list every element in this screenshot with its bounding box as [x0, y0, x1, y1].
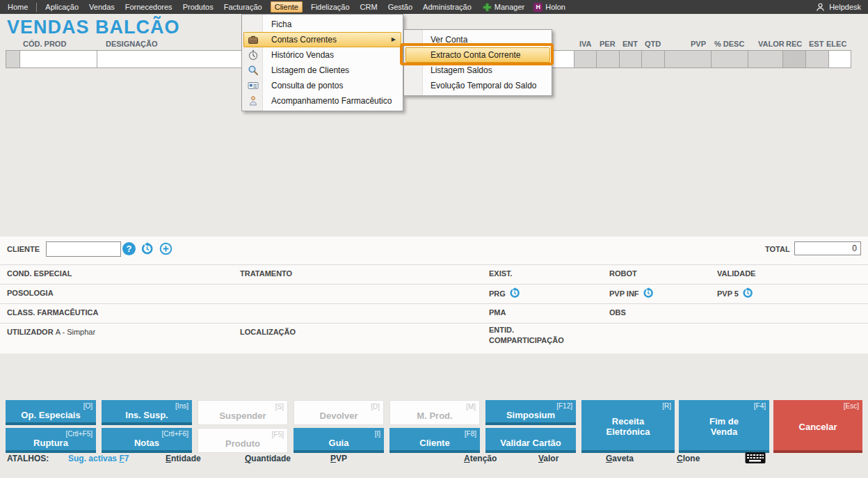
fim-de-venda-button[interactable]: [F4]Fim de Venda: [679, 400, 769, 453]
shortcut-valor[interactable]: Valor: [538, 454, 558, 463]
pvp5-label: PVP 5: [717, 287, 753, 300]
ent-cell: [619, 50, 642, 68]
robot-label: ROBOT: [609, 269, 637, 278]
shortcut-atencao[interactable]: Atenção: [464, 454, 497, 463]
helpdesk-button[interactable]: Helpdesk: [815, 0, 861, 14]
cliente-menu: Ficha Contas Correntes ▶ Histórico Venda…: [241, 14, 403, 111]
elec-cell: [828, 50, 851, 68]
cod-prod-input[interactable]: [20, 51, 97, 67]
menu-item-ficha[interactable]: Ficha: [243, 17, 401, 32]
divider: [0, 303, 868, 304]
ruptura-button[interactable]: [Crtl+F5]Ruptura: [6, 428, 96, 453]
produto-button: [F5]Produto: [198, 428, 288, 453]
col-header-pvp: PVP: [691, 40, 706, 48]
menu-home[interactable]: Home: [6, 1, 30, 13]
obs-label: OBS: [609, 308, 626, 317]
menu-item-contas-correntes[interactable]: Contas Correntes ▶: [243, 32, 401, 47]
rec-cell: [782, 50, 806, 68]
col-header-desc: % DESC: [714, 40, 744, 48]
col-header-ent: ENT: [622, 40, 638, 48]
submenu-arrow-icon: ▶: [392, 32, 396, 47]
row-selector-cell: [6, 50, 20, 68]
menu-holon[interactable]: H Holon: [531, 3, 565, 12]
pvp5-history-icon[interactable]: [742, 287, 753, 300]
menu-facturacao[interactable]: Facturação: [222, 1, 264, 13]
menu-cliente[interactable]: Cliente: [271, 1, 303, 13]
shortcut-entidade[interactable]: Entidade: [166, 454, 201, 463]
iva-cell: [574, 50, 597, 68]
tratamento-label: TRATAMENTO: [240, 269, 292, 278]
menu-fornecedores[interactable]: Fornecedores: [123, 1, 175, 13]
menu-gestao[interactable]: Gestão: [386, 1, 415, 13]
class-farmaceutica-label: CLASS. FARMACÊUTICA: [7, 308, 98, 317]
contas-correntes-submenu: Ver Conta Extracto Conta Corrente Listag…: [403, 29, 552, 96]
page-title: VENDAS BALCÃO: [7, 17, 180, 38]
menu-crm[interactable]: CRM: [358, 1, 380, 13]
menu-item-historico-vendas[interactable]: Histórico Vendas: [243, 47, 401, 63]
divider: [0, 264, 868, 265]
cliente-button[interactable]: [F8]Cliente: [389, 428, 480, 453]
menu-item-acompanhamento[interactable]: Acompanhamento Farmacêutico: [243, 93, 401, 109]
sugestoes-ativas-link[interactable]: Sug. activas F7: [68, 454, 129, 463]
col-header-elec: ELEC: [826, 40, 846, 48]
exist-label: EXIST.: [489, 269, 513, 278]
holon-icon: H: [533, 3, 542, 12]
est-cell: [805, 50, 829, 68]
notas-button[interactable]: [Crtl+F6]Notas: [102, 428, 192, 453]
stopwatch-icon: [248, 49, 259, 61]
localizacao-label: LOCALIZAÇÃO: [240, 328, 296, 336]
menubar: Home Aplicação Vendas Fornecedores Produ…: [0, 0, 868, 14]
cancelar-button[interactable]: [Esc]Cancelar: [773, 400, 862, 453]
total-input: [794, 241, 861, 255]
col-header-per: PER: [600, 40, 616, 48]
keyboard-icon[interactable]: [745, 452, 766, 464]
menu-manager[interactable]: Manager: [480, 3, 524, 12]
menu-produtos[interactable]: Produtos: [181, 1, 216, 13]
valor-cell: [748, 50, 783, 68]
search-icon: [248, 65, 259, 76]
menu-administracao[interactable]: Administração: [421, 1, 474, 13]
menu-vendas[interactable]: Vendas: [87, 1, 117, 13]
menu-item-consulta-pontos[interactable]: Consulta de pontos: [243, 78, 401, 93]
menu-aplicacao[interactable]: Aplicação: [43, 1, 81, 13]
submenu-item-ver-conta[interactable]: Ver Conta: [405, 32, 550, 47]
shortcut-gaveta[interactable]: Gaveta: [606, 454, 634, 463]
atalhos-label: ATALHOS:: [7, 454, 49, 463]
devolver-button: [D]Devolver: [294, 400, 384, 425]
validar-cartao-button[interactable]: Validar Cartão: [485, 428, 576, 453]
menu-item-listagem-clientes[interactable]: Listagem de Clientes: [243, 63, 401, 78]
cod-prod-cell[interactable]: [19, 50, 97, 68]
pvp-inf-history-icon[interactable]: [643, 287, 654, 300]
prg-label: PRG: [489, 287, 520, 300]
prg-history-icon[interactable]: [509, 287, 520, 300]
desc-cell: [711, 50, 748, 68]
total-label: TOTAL: [765, 245, 787, 253]
cliente-history-icon[interactable]: [140, 242, 154, 255]
shortcut-pvp[interactable]: PVP: [330, 454, 347, 463]
pma-label: PMA: [489, 308, 506, 317]
submenu-item-extracto-conta-corrente[interactable]: Extracto Conta Corrente: [405, 47, 550, 63]
submenu-item-evolucao-temporal[interactable]: Evolução Temporal do Saldo: [405, 78, 550, 93]
receita-eletronica-button[interactable]: [R]Receita Eletrónica: [581, 400, 675, 453]
per-cell: [596, 50, 620, 68]
cliente-input[interactable]: [46, 241, 121, 257]
guia-button[interactable]: [I]Guia: [294, 428, 384, 453]
qtd-cell: [641, 50, 665, 68]
add-cliente-icon[interactable]: [159, 242, 172, 255]
op-especiais-button[interactable]: [O]Op. Especiais: [6, 400, 96, 425]
submenu-item-listagem-saldos[interactable]: Listagem Saldos: [405, 63, 550, 78]
shortcut-quantidade[interactable]: Quantidade: [245, 454, 291, 463]
col-header-rec: REC: [786, 40, 802, 48]
col-header-est: EST: [809, 40, 823, 48]
col-header-cod-prod: CÓD. PROD: [23, 40, 66, 48]
simposium-button[interactable]: [F12]Simposium: [485, 400, 576, 425]
menu-fidelizacao[interactable]: Fidelização: [309, 1, 352, 13]
help-question-icon[interactable]: ?: [122, 242, 136, 255]
pvp-inf-label: PVP INF: [609, 287, 654, 300]
person-icon: [248, 95, 259, 106]
ins-susp-button[interactable]: [Ins]Ins. Susp.: [102, 400, 192, 425]
col-header-designacao: DESIGNAÇÃO: [106, 40, 158, 48]
utilizador-value: A - Simphar: [56, 328, 95, 336]
shortcut-clone[interactable]: Clone: [677, 454, 700, 463]
manager-icon: [483, 3, 492, 12]
